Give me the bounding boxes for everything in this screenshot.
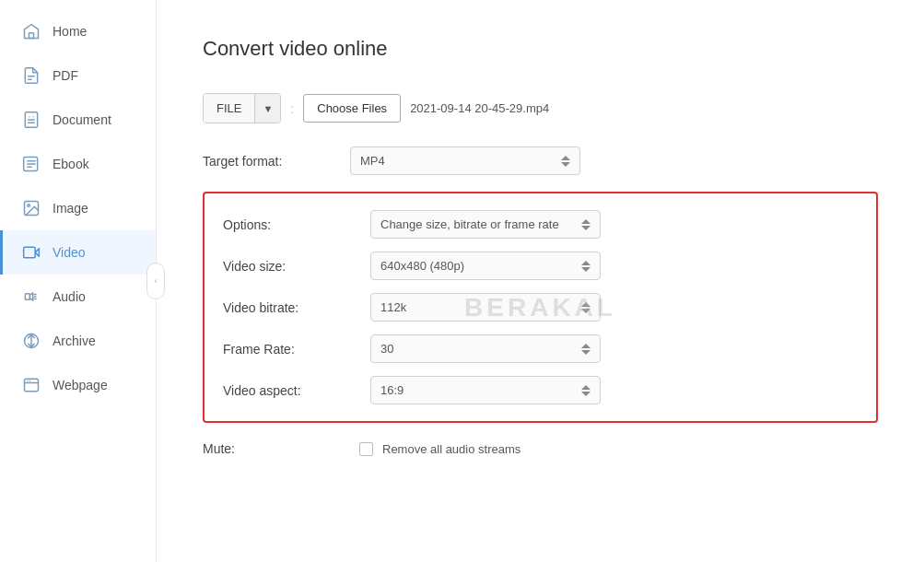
svg-rect-0 [29,33,34,39]
svg-point-10 [28,205,29,207]
document-icon [21,110,41,130]
sidebar-item-home[interactable]: Home [0,9,156,53]
archive-icon [21,331,41,351]
file-type-dropdown-button[interactable]: ▼ [254,94,280,123]
svg-point-21 [27,381,28,381]
sidebar-item-pdf[interactable]: PDF [0,53,156,98]
image-icon [21,198,41,218]
sidebar-item-label-image: Image [53,201,88,216]
selected-file-name: 2021-09-14 20-45-29.mp4 [410,101,549,115]
svg-point-22 [29,381,30,381]
sidebar-item-label-video: Video [53,245,86,260]
svg-rect-13 [25,294,29,300]
sidebar-item-label-ebook: Ebook [53,157,89,171]
sidebar: Home PDF Document [0,0,157,562]
target-format-row: Target format: MP4 [203,146,878,175]
mute-checkbox-label: Remove all audio streams [382,442,520,456]
options-row: Options: Change size, bitrate or frame r… [223,210,858,239]
sidebar-item-label-webpage: Webpage [53,378,108,392]
file-separator: : [290,101,294,116]
home-icon [21,21,41,41]
file-type-selector[interactable]: FILE ▼ [203,93,281,123]
page-title: Convert video online [203,37,878,61]
choose-files-button[interactable]: Choose Files [303,94,401,123]
frame-rate-label: Frame Rate: [223,342,370,357]
target-format-label: Target format: [203,154,350,169]
audio-icon [21,287,41,307]
file-type-main-button[interactable]: FILE [204,94,254,123]
video-size-row: Video size: 640x480 (480p) [223,252,858,280]
mute-label: Mute: [203,441,350,456]
video-icon [21,242,41,263]
sidebar-item-ebook[interactable]: Ebook [0,142,156,186]
frame-rate-select[interactable]: 30 [370,334,601,363]
sidebar-item-video[interactable]: Video [0,230,156,275]
sidebar-item-image[interactable]: Image [0,186,156,230]
mute-checkbox[interactable] [359,442,373,456]
svg-rect-19 [25,379,39,391]
file-row: FILE ▼ : Choose Files 2021-09-14 20-45-2… [203,93,878,123]
sidebar-collapse-button[interactable]: ‹ [146,263,165,299]
options-box: Options: Change size, bitrate or frame r… [203,192,878,423]
video-aspect-row: Video aspect: 16:9 [223,376,858,404]
video-aspect-select[interactable]: 16:9 [370,376,601,404]
video-bitrate-row: Video bitrate: 112k [223,293,858,322]
ebook-icon [21,154,41,174]
svg-rect-11 [24,247,36,258]
target-format-select[interactable]: MP4 [350,146,580,175]
options-box-wrapper: BERAKAL Options: Change size, bitrate or… [203,192,878,423]
video-size-select[interactable]: 640x480 (480p) [370,252,601,280]
sidebar-item-label-audio: Audio [53,289,86,304]
main-content: Convert video online FILE ▼ : Choose Fil… [157,0,924,562]
webpage-icon [21,375,41,395]
video-bitrate-select[interactable]: 112k [370,293,601,322]
frame-rate-row: Frame Rate: 30 [223,334,858,363]
sidebar-item-label-pdf: PDF [53,68,78,83]
sidebar-item-audio[interactable]: Audio [0,275,156,319]
sidebar-item-document[interactable]: Document [0,98,156,142]
sidebar-item-label-archive: Archive [53,334,96,348]
sidebar-item-label-document: Document [53,112,111,127]
options-select[interactable]: Change size, bitrate or frame rate [370,210,601,239]
pdf-icon [21,65,41,86]
video-bitrate-label: Video bitrate: [223,300,370,315]
sidebar-item-archive[interactable]: Archive [0,319,156,363]
sidebar-item-label-home: Home [53,24,87,39]
video-aspect-label: Video aspect: [223,383,370,398]
options-label: Options: [223,217,370,232]
mute-row: Mute: Remove all audio streams [203,441,878,456]
sidebar-item-webpage[interactable]: Webpage [0,363,156,407]
video-size-label: Video size: [223,259,370,274]
